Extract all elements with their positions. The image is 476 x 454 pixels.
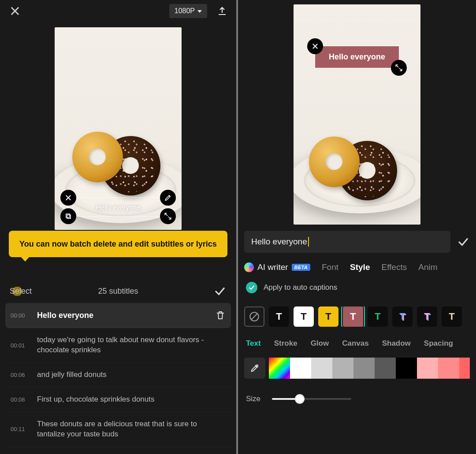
subtitles-panel: 1080P Hello everyone You can now batch d… [0,0,238,454]
caption-delete-handle[interactable] [307,38,323,54]
caption-text-input[interactable]: Hello everyone [244,231,450,253]
caption-bounding-box[interactable]: Hello everyone [315,46,399,68]
ai-orb-icon [244,262,254,272]
style-subtab-glow[interactable]: Glow [311,339,329,348]
subtitle-text: today we're going to talk about new donu… [37,335,226,355]
subtitle-text: First up, chocolate sprinkles donuts [37,395,226,405]
style-presets-row: TTTTTTTT [244,306,470,327]
color-swatch[interactable] [311,358,332,379]
color-swatch[interactable] [396,358,417,379]
text-style-panel: Hello everyone Hello everyone AI writer … [238,0,476,454]
style-preset[interactable]: T [392,306,413,327]
close-icon[interactable] [9,5,21,17]
export-icon[interactable] [217,6,227,16]
style-preset[interactable]: T [294,306,314,327]
text-caret [308,237,309,247]
style-subtab-canvas[interactable]: Canvas [342,339,368,348]
size-slider[interactable] [272,398,351,400]
style-preset[interactable]: T [343,306,363,327]
caption-resize-handle[interactable] [160,208,176,224]
tab-style[interactable]: Style [350,262,370,272]
color-swatch[interactable] [353,358,375,379]
subtitle-row[interactable]: 00:00Hello everyone [5,303,231,328]
color-swatch[interactable] [375,358,396,379]
video-preview[interactable]: Hello everyone [55,27,182,230]
subtitle-row[interactable]: 00:06and jelly filled donuts [5,363,231,388]
subtitle-text: These donuts are a delicious treat that … [37,419,226,439]
subtitle-time: 00:06 [11,372,29,378]
text-color-row [244,358,470,379]
color-swatch[interactable] [417,358,438,379]
confirm-icon[interactable] [457,235,470,248]
apply-to-captions-row[interactable]: Apply to auto captions [246,282,468,293]
subtitle-time: 00:00 [11,312,29,319]
style-subtab-text[interactable]: Text [246,339,261,348]
svg-rect-1 [66,214,70,218]
tab-effects[interactable]: Effects [381,262,407,272]
text-input-row: Hello everyone [244,231,470,253]
caption-resize-handle[interactable] [391,60,407,76]
resolution-label: 1080P [175,7,195,15]
subtitle-text: and jelly filled donuts [37,370,226,380]
subtitle-time: 00:08 [11,396,29,403]
caption-text: Hello everyone [315,46,399,68]
svg-rect-0 [67,215,71,218]
subtitle-row[interactable]: 00:08First up, chocolate sprinkles donut… [5,388,231,412]
color-swatch[interactable] [332,358,353,379]
tab-ai-writer[interactable]: AI writer BETA [244,262,310,272]
select-button[interactable]: Select [10,287,32,296]
size-slider-row: Size [246,395,468,403]
caption-delete-handle[interactable] [60,190,76,206]
style-preset[interactable]: T [269,306,289,327]
subtitle-time: 00:01 [11,342,29,349]
slider-thumb[interactable] [295,394,305,404]
subtitle-time: 00:11 [11,426,29,432]
checkbox-checked-icon[interactable] [246,282,257,293]
caption-bounding-box[interactable]: Hello everyone [68,197,168,217]
color-swatch[interactable] [438,358,459,379]
style-subtab-spacing[interactable]: Spacing [424,339,453,348]
style-subtab-shadow[interactable]: Shadow [382,339,411,348]
tab-animation[interactable]: Anim [418,262,437,272]
style-preset[interactable]: T [442,306,462,327]
caption-text: Hello everyone [96,203,140,211]
style-preset[interactable]: T [318,306,338,327]
caption-edit-handle[interactable] [160,190,176,206]
beta-badge: BETA [292,264,310,271]
apply-label: Apply to auto captions [264,283,337,292]
color-swatch[interactable] [290,358,311,379]
tab-font[interactable]: Font [322,262,338,272]
subtitle-row[interactable]: 00:01today we're going to talk about new… [5,328,231,363]
caption-copy-handle[interactable] [60,208,76,224]
style-preset[interactable]: T [368,306,388,327]
confirm-icon[interactable] [213,284,227,298]
subtitles-list[interactable]: 00:00Hello everyone00:01today we're goin… [0,303,236,454]
style-subtab-stroke[interactable]: Stroke [274,339,298,348]
color-picker-swatch[interactable] [269,358,290,379]
style-subtabs: TextStrokeGlowCanvasShadowSpacing [246,339,468,348]
eyedropper-button[interactable] [244,358,265,379]
editor-header: 1080P [0,0,236,22]
text-editor-tabs: AI writer BETA Font Style Effects Anim [244,262,470,272]
chevron-down-icon [197,10,202,13]
style-preset[interactable]: T [417,306,437,327]
subtitle-count: 25 subtitles [98,287,138,296]
trash-icon[interactable] [215,310,226,321]
subtitles-toolbar: Select 25 subtitles [0,279,236,303]
video-preview[interactable]: Hello everyone [294,4,420,225]
resolution-button[interactable]: 1080P [169,4,207,18]
size-label: Size [246,395,260,403]
batch-edit-tooltip: You can now batch delete and edit subtit… [9,231,227,257]
subtitle-text: Hello everyone [37,310,207,321]
preset-none[interactable] [244,306,264,327]
color-swatch[interactable] [459,358,470,379]
subtitle-row[interactable]: 00:11These donuts are a delicious treat … [5,412,231,447]
